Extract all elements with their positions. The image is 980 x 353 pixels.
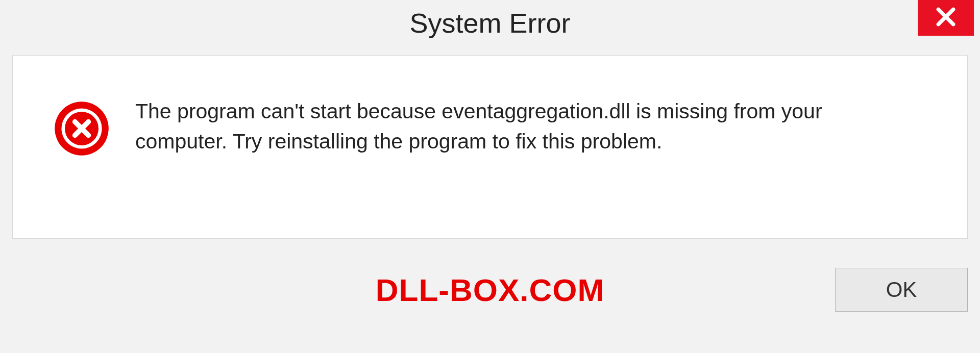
close-button[interactable]: [918, 0, 974, 36]
dialog-footer: DLL-BOX.COM OK: [12, 259, 968, 320]
watermark-text: DLL-BOX.COM: [376, 272, 604, 308]
close-icon: [935, 6, 957, 30]
dialog-title: System Error: [409, 7, 570, 39]
error-message: The program can't start because eventagg…: [135, 96, 911, 157]
error-icon: [54, 100, 110, 157]
title-bar: System Error: [0, 0, 980, 46]
ok-button[interactable]: OK: [835, 268, 968, 312]
message-panel: The program can't start because eventagg…: [12, 55, 968, 239]
